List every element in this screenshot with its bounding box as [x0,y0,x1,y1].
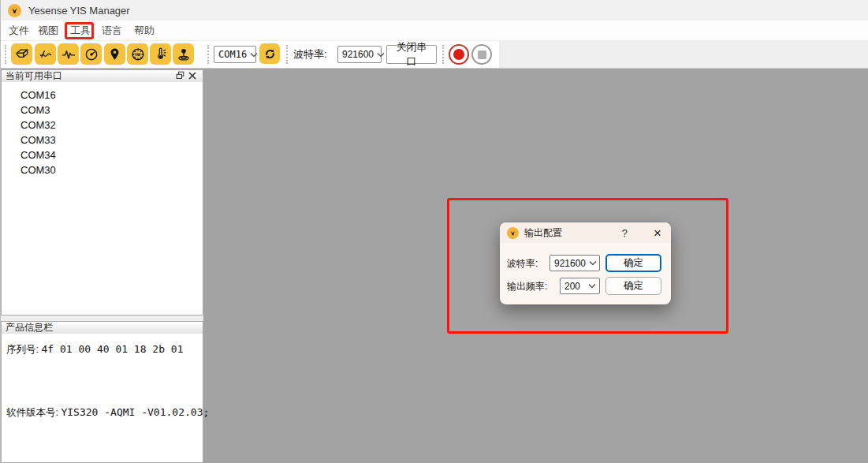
location-button[interactable] [104,43,125,65]
port-select-value: COM16 [218,49,247,60]
float-panel-button[interactable] [173,71,186,82]
close-icon [188,70,196,82]
software-version-row: 软件版本号: YIS320 -AQMI -V01.02.03; [6,406,209,420]
dialog-help-button[interactable]: ? [622,227,628,239]
software-version-label: 软件版本号: [6,407,58,418]
chevron-down-icon [250,52,258,58]
pulse-waveform-button[interactable] [58,43,79,65]
serial-number-value: 4f 01 00 40 01 18 2b 01 [41,343,183,355]
title-bar: Yesense YIS Manager [1,0,868,21]
angle-waveform-button[interactable] [35,43,56,65]
app-window: Yesense YIS Manager 文件 视图 工具 语言 帮助 [0,0,868,463]
product-info-panel: 序列号: 4f 01 00 40 01 18 2b 01 软件版本号: YIS3… [1,334,203,463]
baud-rate-value: 921600 [342,49,374,60]
software-version-value: YIS320 -AQMI -V01.02.03; [61,406,209,418]
product-panel-header: 产品信息栏 [1,321,203,334]
ports-panel-header: 当前可用串口 [1,69,203,83]
baud-confirm-button[interactable]: 确定 [605,254,661,272]
output-rate-row: 输出频率: 200 确定 [500,277,671,295]
window-title: Yesense YIS Manager [28,5,130,17]
dialog-close-button[interactable]: × [654,226,661,240]
dialog-baud-label: 波特率: [507,257,538,271]
toolbar-grip[interactable] [442,45,445,64]
cube-3d-icon [14,47,30,62]
pulse-waveform-icon [61,47,76,62]
refresh-ports-button[interactable] [259,43,280,64]
dialog-baud-value: 921600 [554,258,586,269]
close-serial-port-button[interactable]: 关闭串口 [386,45,437,64]
dialog-output-rate-label: 输出频率: [507,280,547,293]
refresh-icon [263,47,277,61]
menu-language[interactable]: 语言 [99,23,125,39]
yesense-logo-icon [507,227,519,239]
menu-file[interactable]: 文件 [6,23,32,39]
port-list-item[interactable]: COM32 [2,118,203,133]
annotation-box-tools-menu [65,22,94,39]
record-button[interactable] [449,44,469,65]
toolbar: COM16 波特率: 921600 关闭串口 [1,41,868,69]
gauge-icon [84,47,99,62]
stop-icon [478,50,486,59]
dialog-title: 输出配置 [524,226,622,240]
plumb-level-icon [176,47,192,62]
location-pin-icon [107,47,122,62]
serial-number-label: 序列号: [6,344,39,355]
baud-rate-label: 波特率: [293,47,327,62]
output-rate-confirm-button[interactable]: 确定 [605,277,661,295]
plumb-level-button[interactable] [173,43,194,65]
angle-waveform-icon [38,47,54,62]
yesense-logo-icon [8,4,21,17]
menu-bar: 文件 视图 工具 语言 帮助 [1,21,868,41]
port-select[interactable]: COM16 [214,46,256,63]
serial-number-row: 序列号: 4f 01 00 40 01 18 2b 01 [6,343,183,357]
gauge-button[interactable] [80,43,102,65]
port-list-item[interactable]: COM34 [2,147,203,162]
dialog-baud-select[interactable]: 921600 [549,255,600,271]
port-list-item[interactable]: COM16 [2,88,203,103]
chevron-down-icon [377,52,385,58]
chevron-down-icon [588,283,596,289]
port-list-item[interactable]: COM3 [2,103,203,118]
port-list-item[interactable]: COM30 [2,162,203,177]
ports-panel-title: 当前可用串口 [6,69,62,83]
toolbar-grip[interactable] [5,45,8,64]
utc-clock-button[interactable] [127,43,148,65]
close-panel-button[interactable] [186,71,199,82]
panel-splitter[interactable] [1,316,203,321]
float-window-icon [176,70,184,82]
utc-clock-icon [130,47,146,62]
menu-help[interactable]: 帮助 [131,23,158,39]
ports-list: COM16 COM3 COM32 COM33 COM34 COM30 [1,82,203,316]
toolbar-grip[interactable] [207,45,210,64]
stop-button[interactable] [471,44,492,65]
dialog-output-rate-value: 200 [564,281,580,292]
toolbar-grip[interactable] [286,45,289,64]
menu-view[interactable]: 视图 [35,23,61,39]
dialog-output-rate-select[interactable]: 200 [560,278,600,294]
cube-3d-button[interactable] [11,43,32,65]
product-panel-title: 产品信息栏 [6,321,53,334]
baud-rate-select[interactable]: 921600 [337,46,382,63]
thermometer-button[interactable] [150,43,171,65]
dialog-title-bar[interactable]: 输出配置 ? × [500,222,671,243]
baud-rate-row: 波特率: 921600 确定 [500,254,671,272]
output-config-dialog: 输出配置 ? × 波特率: 921600 确定 输出频率: 200 确定 [500,222,671,304]
thermometer-icon [153,47,168,62]
chevron-down-icon [589,260,597,266]
port-list-item[interactable]: COM33 [2,133,203,147]
record-icon [453,49,464,60]
